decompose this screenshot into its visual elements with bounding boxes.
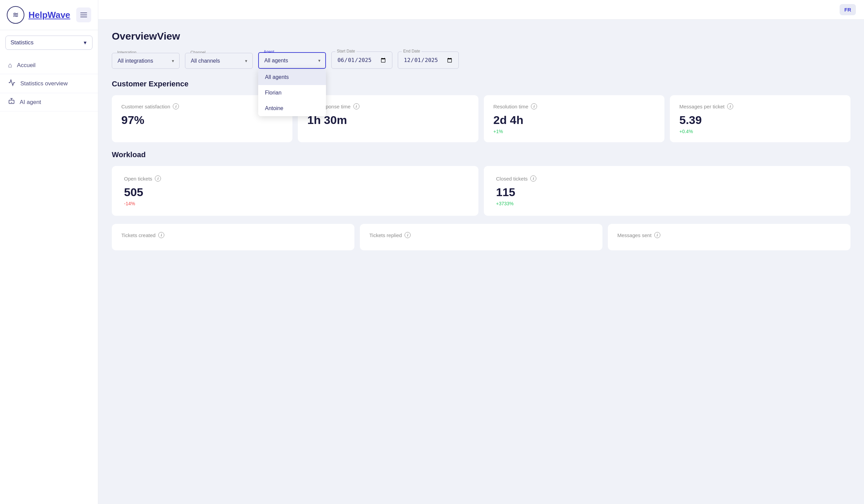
agent-select[interactable]: All agents Florian Antoine — [258, 52, 326, 69]
start-date-input[interactable] — [331, 51, 392, 69]
first-response-time-label: First response time i — [307, 103, 469, 109]
logo-wave-icon: ≋ — [13, 11, 19, 19]
closed-tickets-delta: +3733% — [496, 201, 838, 206]
info-icon-9: i — [654, 232, 660, 238]
customer-experience-cards: Customer satisfaction i 97% First respon… — [112, 95, 850, 142]
customer-experience-title: Customer Experience — [112, 80, 850, 88]
open-tickets-card: Open tickets i 505 -14% — [112, 166, 478, 216]
messages-sent-label: Messages sent i — [617, 232, 841, 238]
menu-button[interactable] — [76, 8, 91, 22]
messages-per-ticket-label: Messages per ticket i — [679, 103, 841, 109]
tickets-created-label: Tickets created i — [121, 232, 345, 238]
svg-rect-0 — [9, 100, 14, 104]
sidebar-item-statistics-overview[interactable]: Statistics overview — [0, 74, 98, 93]
integration-select-wrapper: All integrations — [112, 53, 180, 69]
sidebar-item-ai-agent[interactable]: AI agent — [0, 93, 98, 111]
open-tickets-delta: -14% — [124, 201, 466, 206]
sidebar-item-accueil[interactable]: ⌂ Accueil — [0, 57, 98, 74]
robot-icon — [8, 98, 15, 106]
closed-tickets-value: 115 — [496, 185, 838, 199]
filters-row: Integration All integrations Channel All… — [112, 51, 850, 69]
sidebar-item-label-ai-agent: AI agent — [20, 99, 41, 106]
topbar: FR — [98, 0, 864, 20]
closed-tickets-card: Closed tickets i 115 +3733% — [484, 166, 850, 216]
main-content: FR OverviewView Integration All integrat… — [98, 0, 864, 504]
resolution-time-delta: +1% — [493, 129, 655, 134]
info-icon-7: i — [158, 232, 164, 238]
messages-per-ticket-delta: +0.4% — [679, 129, 841, 134]
channel-select[interactable]: All channels — [185, 53, 253, 69]
logo-circle: ≋ — [7, 6, 24, 24]
sidebar: ≋ HelpWave Statistics ▼ ⌂ Accueil Statis… — [0, 0, 98, 504]
workload-title: Workload — [112, 151, 850, 159]
home-icon: ⌂ — [8, 61, 12, 69]
agent-dropdown-menu: All agents Florian Antoine — [258, 70, 326, 116]
integration-filter: Integration All integrations — [112, 53, 180, 69]
section-dropdown-label: Statistics — [11, 39, 34, 46]
info-icon-4: i — [727, 103, 733, 109]
content-area: OverviewView Integration All integration… — [98, 20, 864, 261]
closed-tickets-label: Closed tickets i — [496, 176, 838, 182]
agent-filter: Agent All agents Florian Antoine All age… — [258, 52, 326, 69]
open-tickets-label: Open tickets i — [124, 176, 466, 182]
tickets-created-card: Tickets created i — [112, 224, 355, 250]
messages-per-ticket-value: 5.39 — [679, 113, 841, 127]
channel-select-wrapper: All channels — [185, 53, 253, 69]
logo-text: HelpWave — [28, 10, 70, 20]
messages-sent-card: Messages sent i — [608, 224, 850, 250]
sidebar-header: ≋ HelpWave — [0, 0, 98, 30]
sidebar-item-label-statistics-overview: Statistics overview — [20, 80, 68, 87]
end-date-input[interactable] — [398, 51, 459, 69]
resolution-time-card: Resolution time i 2d 4h +1% — [484, 95, 664, 142]
channel-filter: Channel All channels — [185, 53, 253, 69]
end-date-label: End Date — [402, 49, 421, 53]
resolution-time-value: 2d 4h — [493, 113, 655, 127]
integration-select[interactable]: All integrations — [112, 53, 180, 69]
info-icon-3: i — [531, 103, 537, 109]
customer-satisfaction-value: 97% — [121, 113, 283, 127]
agent-select-wrapper: All agents Florian Antoine — [258, 52, 326, 69]
page-title: OverviewView — [112, 31, 850, 42]
info-icon-8: i — [405, 232, 411, 238]
agent-option-florian[interactable]: Florian — [258, 85, 326, 100]
tickets-replied-label: Tickets replied i — [369, 232, 593, 238]
language-badge[interactable]: FR — [840, 4, 856, 15]
agent-option-all[interactable]: All agents — [258, 70, 326, 85]
resolution-time-label: Resolution time i — [493, 103, 655, 109]
tickets-replied-card: Tickets replied i — [360, 224, 602, 250]
info-icon-2: i — [353, 103, 360, 109]
workload-cards: Open tickets i 505 -14% Closed tickets i… — [112, 166, 850, 216]
info-icon-6: i — [530, 176, 536, 182]
first-response-time-value: 1h 30m — [307, 113, 469, 127]
chevron-down-icon: ▼ — [83, 40, 87, 45]
info-icon-5: i — [155, 176, 161, 182]
section-dropdown[interactable]: Statistics ▼ — [5, 36, 93, 50]
sidebar-item-label-accueil: Accueil — [17, 62, 36, 69]
start-date-label: Start Date — [335, 49, 357, 53]
start-date-filter: Start Date — [331, 51, 392, 69]
end-date-filter: End Date — [398, 51, 459, 69]
chart-icon — [8, 79, 15, 88]
messages-per-ticket-card: Messages per ticket i 5.39 +0.4% — [670, 95, 850, 142]
bottom-tickets-row: Tickets created i Tickets replied i Mess… — [112, 224, 850, 250]
open-tickets-value: 505 — [124, 185, 466, 199]
info-icon: i — [173, 103, 179, 109]
sidebar-nav: ⌂ Accueil Statistics overview AI agent — [0, 50, 98, 118]
agent-option-antoine[interactable]: Antoine — [258, 100, 326, 116]
